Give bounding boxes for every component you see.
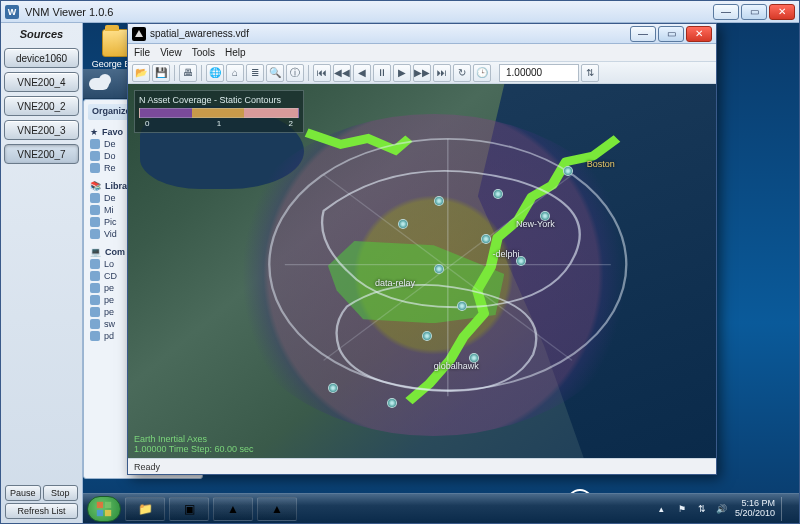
menu-file[interactable]: File bbox=[134, 47, 150, 58]
inner-statusbar: Ready bbox=[128, 458, 716, 474]
svg-rect-5 bbox=[97, 501, 103, 507]
maximize-button[interactable]: ▭ bbox=[741, 4, 767, 20]
source-vne200-4[interactable]: VNE200_4 bbox=[4, 72, 79, 92]
map-node[interactable] bbox=[387, 398, 397, 408]
legend-colorbar bbox=[139, 108, 299, 118]
windows-taskbar: 📁 ▣ ▲ ▲ ▴ ⚑ ⇅ 🔊 5:16 PM 5/20/2010 bbox=[83, 493, 799, 523]
svg-rect-6 bbox=[105, 501, 111, 507]
svg-rect-7 bbox=[97, 509, 103, 515]
outer-titlebar[interactable]: W VNM Viewer 1.0.6 — ▭ ✕ bbox=[1, 1, 799, 23]
tray-clock[interactable]: 5:16 PM 5/20/2010 bbox=[735, 499, 775, 519]
system-tray: ▴ ⚑ ⇅ 🔊 5:16 PM 5/20/2010 bbox=[655, 497, 795, 521]
source-vne200-7[interactable]: VNE200_7 bbox=[4, 144, 79, 164]
vnm-viewer-window: W VNM Viewer 1.0.6 — ▭ ✕ Sources device1… bbox=[0, 0, 800, 524]
map-node[interactable] bbox=[422, 331, 432, 341]
map-viewport[interactable]: Boston New-York -delphi data-relay globa… bbox=[128, 84, 716, 458]
source-vne200-2[interactable]: VNE200_2 bbox=[4, 96, 79, 116]
label-newyork: New-York bbox=[516, 219, 555, 229]
map-node[interactable] bbox=[434, 264, 444, 274]
tray-up-icon[interactable]: ▴ bbox=[655, 502, 669, 516]
tool-clock-icon[interactable]: 🕒 bbox=[473, 64, 491, 82]
tool-open-icon[interactable]: 📂 bbox=[132, 64, 150, 82]
source-device1060[interactable]: device1060 bbox=[4, 48, 79, 68]
legend-tick: 0 bbox=[145, 119, 149, 128]
tool-home-icon[interactable]: ⌂ bbox=[226, 64, 244, 82]
taskbar-item-app3[interactable]: ▲ bbox=[257, 497, 297, 521]
taskbar-item-app2[interactable]: ▲ bbox=[213, 497, 253, 521]
tray-volume-icon[interactable]: 🔊 bbox=[715, 502, 729, 516]
refresh-list-button[interactable]: Refresh List bbox=[5, 503, 78, 519]
sidebar-bottom-controls: Pause Stop Refresh List bbox=[3, 483, 80, 521]
tray-network-icon[interactable]: ⇅ bbox=[695, 502, 709, 516]
inner-titlebar[interactable]: spatial_awareness.vdf — ▭ ✕ bbox=[128, 24, 716, 44]
tool-skip-end-icon[interactable]: ⏭ bbox=[433, 64, 451, 82]
legend-title: N Asset Coverage - Static Contours bbox=[139, 95, 299, 105]
inner-app-icon bbox=[132, 27, 146, 41]
legend-tick: 1 bbox=[217, 119, 221, 128]
outer-window-controls: — ▭ ✕ bbox=[713, 4, 795, 20]
tool-play-rev-icon[interactable]: ◀ bbox=[353, 64, 371, 82]
tool-info-icon[interactable]: ⓘ bbox=[286, 64, 304, 82]
tool-step-back-icon[interactable]: ◀◀ bbox=[333, 64, 351, 82]
tool-layers-icon[interactable]: ≣ bbox=[246, 64, 264, 82]
tool-skip-start-icon[interactable]: ⏮ bbox=[313, 64, 331, 82]
inner-window-controls: — ▭ ✕ bbox=[630, 26, 712, 42]
viewport-footer: Earth Inertial Axes 1.00000 Time Step: 6… bbox=[134, 434, 254, 454]
time-stepper[interactable]: ⇅ bbox=[581, 64, 599, 82]
source-vne200-3[interactable]: VNE200_3 bbox=[4, 120, 79, 140]
map-node[interactable] bbox=[481, 234, 491, 244]
inner-menubar: File View Tools Help bbox=[128, 44, 716, 62]
status-text: Ready bbox=[134, 462, 160, 472]
label-datarelay: data-relay bbox=[375, 278, 415, 288]
start-button[interactable] bbox=[87, 496, 121, 522]
sources-header: Sources bbox=[3, 25, 80, 46]
menu-help[interactable]: Help bbox=[225, 47, 246, 58]
inner-maximize-button[interactable]: ▭ bbox=[658, 26, 684, 42]
tool-loop-icon[interactable]: ↻ bbox=[453, 64, 471, 82]
tool-step-fwd-icon[interactable]: ▶▶ bbox=[413, 64, 431, 82]
tool-zoom-icon[interactable]: 🔍 bbox=[266, 64, 284, 82]
map-node[interactable] bbox=[434, 196, 444, 206]
remote-desktop-view: George Elliott Organize ★ Favo De Do Re … bbox=[83, 23, 799, 523]
tool-globe-icon[interactable]: 🌐 bbox=[206, 64, 224, 82]
sources-sidebar: Sources device1060 VNE200_4 VNE200_2 VNE… bbox=[1, 23, 83, 523]
tool-save-icon[interactable]: 💾 bbox=[152, 64, 170, 82]
menu-view[interactable]: View bbox=[160, 47, 182, 58]
tray-flag-icon[interactable]: ⚑ bbox=[675, 502, 689, 516]
time-value-field[interactable]: 1.00000 bbox=[499, 64, 579, 82]
menu-tools[interactable]: Tools bbox=[192, 47, 215, 58]
show-desktop-button[interactable] bbox=[781, 497, 789, 521]
svg-rect-8 bbox=[105, 509, 111, 515]
stop-button[interactable]: Stop bbox=[43, 485, 79, 501]
weather-icon bbox=[89, 78, 109, 90]
inner-toolbar: 📂 💾 🖶 🌐 ⌂ ≣ 🔍 ⓘ ⏮ ◀◀ ◀ ⏸ ▶ ▶▶ bbox=[128, 62, 716, 84]
legend-tick: 2 bbox=[289, 119, 293, 128]
inner-close-button[interactable]: ✕ bbox=[686, 26, 712, 42]
tool-print-icon[interactable]: 🖶 bbox=[179, 64, 197, 82]
inner-title: spatial_awareness.vdf bbox=[150, 28, 249, 39]
legend-box: N Asset Coverage - Static Contours 0 1 2 bbox=[134, 90, 304, 133]
tool-pause-icon[interactable]: ⏸ bbox=[373, 64, 391, 82]
label-philly: -delphi bbox=[493, 249, 520, 259]
pause-button[interactable]: Pause bbox=[5, 485, 41, 501]
label-globalhawk: globalhawk bbox=[434, 361, 479, 371]
taskbar-item-app1[interactable]: ▣ bbox=[169, 497, 209, 521]
spatial-awareness-window: spatial_awareness.vdf — ▭ ✕ File View To… bbox=[127, 23, 717, 475]
close-button[interactable]: ✕ bbox=[769, 4, 795, 20]
map-node[interactable] bbox=[493, 189, 503, 199]
label-boston: Boston bbox=[587, 159, 615, 169]
app-icon: W bbox=[5, 5, 19, 19]
minimize-button[interactable]: — bbox=[713, 4, 739, 20]
inner-minimize-button[interactable]: — bbox=[630, 26, 656, 42]
taskbar-item-explorer[interactable]: 📁 bbox=[125, 497, 165, 521]
tool-play-icon[interactable]: ▶ bbox=[393, 64, 411, 82]
outer-title: VNM Viewer 1.0.6 bbox=[25, 6, 113, 18]
